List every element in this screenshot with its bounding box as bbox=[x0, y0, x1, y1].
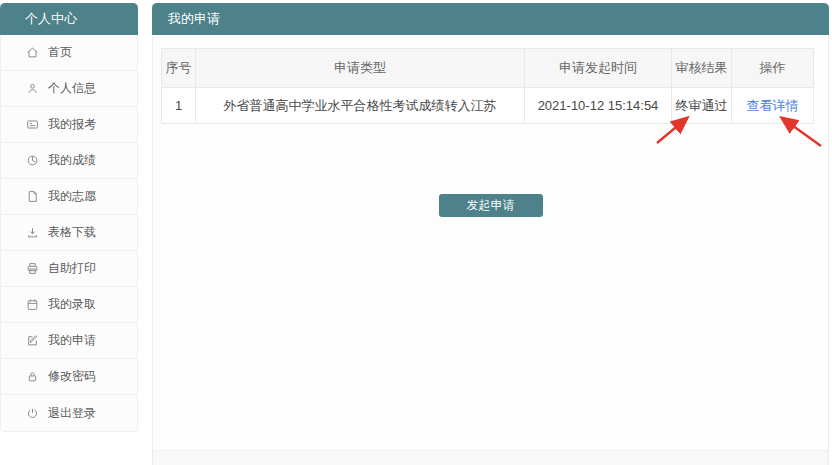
sidebar-item-registration[interactable]: 我的报考 bbox=[1, 107, 137, 143]
sidebar: 个人中心 首页 个人信息 我的报考 我的成绩 我的志愿 表格下载 自助打印 我的… bbox=[0, 3, 138, 432]
sidebar-item-label: 我的志愿 bbox=[48, 188, 96, 205]
table-row: 1 外省普通高中学业水平合格性考试成绩转入江苏 2021-10-12 15:14… bbox=[162, 88, 814, 124]
sidebar-item-label: 首页 bbox=[48, 44, 72, 61]
home-icon bbox=[26, 46, 39, 59]
sidebar-item-password[interactable]: 修改密码 bbox=[1, 359, 137, 395]
col-header-result: 审核结果 bbox=[672, 49, 732, 88]
download-icon bbox=[26, 226, 39, 239]
user-icon bbox=[26, 82, 39, 95]
start-application-button[interactable]: 发起申请 bbox=[439, 194, 543, 217]
logout-icon bbox=[26, 407, 39, 420]
sidebar-item-preferences[interactable]: 我的志愿 bbox=[1, 179, 137, 215]
sidebar-title: 个人中心 bbox=[0, 3, 138, 35]
admission-icon bbox=[26, 298, 39, 311]
sidebar-item-label: 我的报考 bbox=[48, 116, 96, 133]
cell-type: 外省普通高中学业水平合格性考试成绩转入江苏 bbox=[196, 88, 525, 124]
sidebar-item-downloads[interactable]: 表格下载 bbox=[1, 215, 137, 251]
preferences-icon bbox=[26, 190, 39, 203]
sidebar-item-applications[interactable]: 我的申请 bbox=[1, 323, 137, 359]
panel-footer bbox=[153, 450, 828, 465]
printer-icon bbox=[26, 262, 39, 275]
sidebar-item-label: 自助打印 bbox=[48, 260, 96, 277]
application-icon bbox=[26, 334, 39, 347]
password-icon bbox=[26, 370, 39, 383]
sidebar-item-label: 我的录取 bbox=[48, 296, 96, 313]
sidebar-item-label: 个人信息 bbox=[48, 80, 96, 97]
sidebar-item-print[interactable]: 自助打印 bbox=[1, 251, 137, 287]
sidebar-item-label: 表格下载 bbox=[48, 224, 96, 241]
registration-icon bbox=[26, 118, 39, 131]
applications-table: 序号 申请类型 申请发起时间 审核结果 操作 1 外省普通高中学业水平合格性考试… bbox=[161, 48, 814, 124]
sidebar-item-scores[interactable]: 我的成绩 bbox=[1, 143, 137, 179]
col-header-time: 申请发起时间 bbox=[525, 49, 672, 88]
sidebar-item-label: 修改密码 bbox=[48, 368, 96, 385]
scores-icon bbox=[26, 154, 39, 167]
main-panel: 我的申请 序号 申请类型 申请发起时间 审核结果 操作 1 外省普通高中学业水平… bbox=[152, 3, 829, 465]
table-header-row: 序号 申请类型 申请发起时间 审核结果 操作 bbox=[162, 49, 814, 88]
cell-index: 1 bbox=[162, 88, 196, 124]
col-header-index: 序号 bbox=[162, 49, 196, 88]
sidebar-item-logout[interactable]: 退出登录 bbox=[1, 395, 137, 431]
sidebar-item-label: 我的申请 bbox=[48, 332, 96, 349]
cell-time: 2021-10-12 15:14:54 bbox=[525, 88, 672, 124]
cell-action: 查看详情 bbox=[732, 88, 814, 124]
sidebar-item-profile[interactable]: 个人信息 bbox=[1, 71, 137, 107]
sidebar-item-home[interactable]: 首页 bbox=[1, 35, 137, 71]
col-header-action: 操作 bbox=[732, 49, 814, 88]
sidebar-item-label: 我的成绩 bbox=[48, 152, 96, 169]
cell-result: 终审通过 bbox=[672, 88, 732, 124]
panel-title: 我的申请 bbox=[152, 3, 829, 35]
sidebar-item-admission[interactable]: 我的录取 bbox=[1, 287, 137, 323]
view-details-link[interactable]: 查看详情 bbox=[747, 98, 799, 113]
sidebar-item-label: 退出登录 bbox=[48, 405, 96, 422]
col-header-type: 申请类型 bbox=[196, 49, 525, 88]
